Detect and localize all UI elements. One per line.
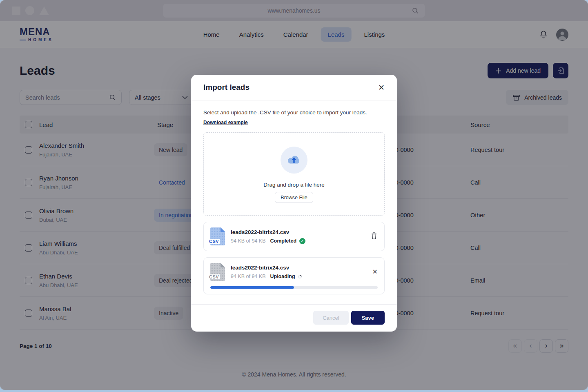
file-name: leads2022-bitrix24.csv (231, 265, 367, 271)
uploading-file-card: CSV leads2022-bitrix24.csv 94 KB of 94 K… (203, 257, 385, 294)
cloud-upload-icon (286, 154, 302, 166)
spinner-icon (297, 274, 303, 279)
import-leads-modal: Import leads ✕ Select and upload the .CS… (191, 75, 397, 332)
cancel-button[interactable]: Cancel (313, 311, 348, 325)
file-size: 94 KB of 94 KB (231, 238, 265, 244)
uploaded-file-card: CSV leads2022-bitrix24.csv 94 KB of 94 K… (203, 222, 385, 251)
file-dropzone[interactable]: Drag and drop a file here Browse File (203, 132, 385, 216)
file-status: Uploading (270, 274, 295, 279)
close-icon: ✕ (372, 268, 378, 275)
upload-progress-fill (210, 286, 294, 289)
dropzone-hint: Drag and drop a file here (263, 182, 324, 188)
delete-file-button[interactable] (370, 232, 378, 241)
file-name: leads2022-bitrix24.csv (231, 229, 365, 235)
csv-label: CSV (208, 239, 220, 244)
csv-file-icon: CSV (210, 227, 225, 245)
save-button[interactable]: Save (351, 311, 385, 325)
csv-file-icon: CSV (210, 263, 225, 281)
cancel-upload-button[interactable]: ✕ (372, 269, 378, 275)
upload-progress-bar (210, 286, 378, 289)
file-size: 94 KB of 94 KB (231, 274, 265, 279)
csv-label: CSV (208, 274, 220, 279)
modal-description: Select and upload the .CSV file of your … (203, 109, 385, 116)
check-circle-icon: ✓ (299, 238, 305, 244)
modal-title: Import leads (203, 83, 249, 92)
upload-circle (281, 147, 307, 174)
close-icon[interactable]: ✕ (378, 84, 385, 91)
download-example-link[interactable]: Download example (203, 120, 248, 125)
trash-icon (370, 232, 378, 240)
file-status: Completed (270, 238, 296, 244)
browse-file-button[interactable]: Browse File (275, 192, 313, 203)
